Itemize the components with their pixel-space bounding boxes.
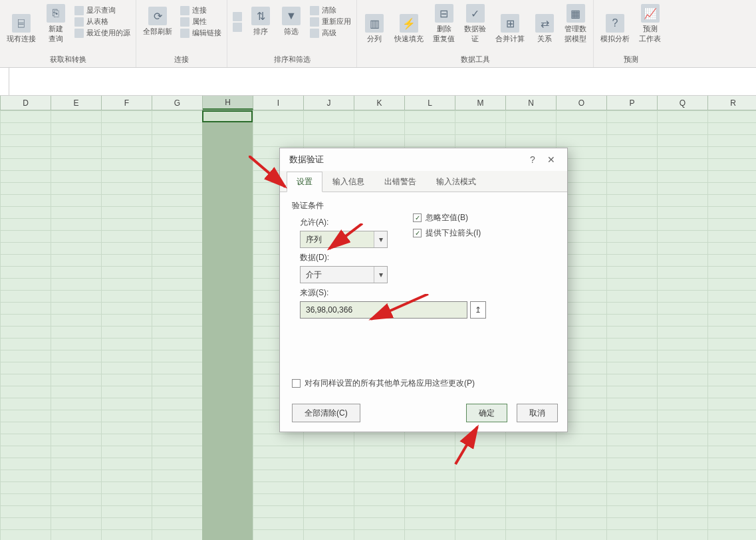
chevron-down-icon: ▾: [374, 231, 387, 247]
formula-bar: [0, 68, 756, 96]
clear-all-button[interactable]: 全部清除(C): [292, 404, 360, 422]
forecast-label: 预测 工作表: [639, 24, 661, 44]
recent-label: 最近使用的源: [86, 28, 130, 38]
dialog-title: 数据验证: [289, 154, 324, 166]
consolidate-button[interactable]: ⊞合并计算: [493, 3, 527, 45]
table-icon: [74, 17, 84, 27]
column-header-N[interactable]: N: [506, 96, 557, 110]
ignore-blank-checkbox[interactable]: ✓ 忽略空值(B): [413, 212, 481, 223]
refresh-all-button[interactable]: ⟳ 全部刷新: [140, 3, 175, 38]
column-header-J[interactable]: J: [304, 96, 354, 110]
close-button[interactable]: ✕: [542, 154, 561, 165]
edit-links-button[interactable]: 编辑链接: [179, 28, 223, 38]
column-header-H[interactable]: H: [203, 96, 253, 110]
new-query-label: 新建 查询: [49, 24, 63, 44]
sort-az-button[interactable]: [231, 12, 243, 21]
apply-others-label: 对有同样设置的所有其他单元格应用这些更改(P): [305, 378, 475, 389]
dialog-titlebar[interactable]: 数据验证 ? ✕: [280, 148, 567, 171]
manage-model-label: 管理数 据模型: [565, 24, 586, 44]
advanced-filter-button[interactable]: 高级: [309, 28, 352, 38]
properties-button[interactable]: 属性: [179, 17, 223, 27]
column-header-F[interactable]: F: [102, 96, 152, 110]
az-icon: [233, 12, 242, 21]
column-header-O[interactable]: O: [557, 96, 607, 110]
link-icon: [180, 6, 189, 15]
group-label: 连接: [174, 53, 189, 67]
dialog-tabs: 设置 输入信息 出错警告 输入法模式: [280, 171, 567, 192]
recent-sources-button[interactable]: 最近使用的源: [73, 28, 132, 38]
relation-icon: ⇄: [535, 14, 554, 33]
remove-duplicates-button[interactable]: ⊟删除 重复值: [430, 3, 457, 45]
filter-button[interactable]: ▼ 筛选: [278, 3, 305, 38]
sort-icon: ⇅: [251, 7, 270, 25]
relationships-button[interactable]: ⇄关系: [531, 3, 558, 45]
column-header-R[interactable]: R: [708, 96, 756, 110]
cancel-button[interactable]: 取消: [517, 404, 558, 422]
column-header-E[interactable]: E: [51, 96, 102, 110]
ribbon-group-forecast: ?模拟分析 📈预测 工作表 预测: [594, 0, 668, 67]
recent-icon: [74, 29, 84, 38]
text-to-columns-button[interactable]: ▥分列: [361, 3, 388, 45]
show-query-button[interactable]: 显示查询: [73, 5, 132, 15]
column-header-L[interactable]: L: [405, 96, 455, 110]
column-header-Q[interactable]: Q: [658, 96, 708, 110]
range-selector-button[interactable]: ↥: [470, 301, 486, 319]
existing-connections-button[interactable]: ⌸ 现有连接: [4, 3, 39, 45]
reapply-button[interactable]: 重新应用: [309, 17, 352, 27]
data-dropdown[interactable]: 介于 ▾: [300, 266, 388, 283]
from-table-label: 从表格: [86, 17, 108, 27]
ok-button[interactable]: 确定: [466, 404, 507, 422]
source-label: 来源(S):: [300, 287, 555, 299]
apply-others-checkbox[interactable]: 对有同样设置的所有其他单元格应用这些更改(P): [292, 378, 475, 389]
flash-fill-button[interactable]: ⚡快速填充: [392, 3, 426, 45]
active-cell: [202, 110, 253, 122]
ribbon-group-data-tools: ▥分列 ⚡快速填充 ⊟删除 重复值 ✓数据验 证 ⊞合并计算 ⇄关系 ▦管理数 …: [357, 0, 594, 67]
tab-settings[interactable]: 设置: [287, 172, 322, 192]
funnel-icon: ▼: [282, 7, 301, 25]
list-icon: [74, 6, 84, 15]
column-header-K[interactable]: K: [354, 96, 405, 110]
forecast-sheet-button[interactable]: 📈预测 工作表: [636, 3, 664, 45]
tab-ime-mode[interactable]: 输入法模式: [426, 172, 486, 192]
database-icon: ⌸: [12, 14, 31, 33]
sort-za-button[interactable]: [231, 23, 243, 32]
selected-column: [202, 110, 253, 540]
model-icon: ▦: [567, 4, 585, 23]
column-header-G[interactable]: G: [152, 96, 203, 110]
group-label: 排序和筛选: [274, 53, 311, 67]
allow-dropdown[interactable]: 序列 ▾: [300, 231, 388, 248]
whatif-button[interactable]: ?模拟分析: [598, 3, 632, 45]
data-label: 数据(D):: [300, 252, 555, 263]
tab-error-alert[interactable]: 出错警告: [374, 172, 426, 192]
from-table-button[interactable]: 从表格: [73, 17, 132, 27]
sort-button[interactable]: ⇅ 排序: [247, 3, 274, 38]
tab-input-message[interactable]: 输入信息: [322, 172, 374, 192]
ribbon: ⌸ 现有连接 ⎘ 新建 查询 显示查询 从表格 最近使用的源 获取和转换 ⟳ 全…: [0, 0, 756, 68]
allow-value: 序列: [301, 234, 374, 245]
clear-icon: [310, 6, 319, 15]
reapply-icon: [310, 17, 319, 27]
help-button[interactable]: ?: [523, 154, 542, 165]
clear-filter-button[interactable]: 清除: [309, 5, 352, 15]
manage-model-button[interactable]: ▦管理数 据模型: [562, 3, 589, 45]
connections-button[interactable]: 连接: [179, 5, 223, 15]
column-header-I[interactable]: I: [253, 96, 304, 110]
new-query-icon: ⎘: [47, 4, 65, 23]
conn-label: 连接: [192, 5, 207, 15]
flash-icon: ⚡: [400, 14, 418, 33]
existing-conn-label: 现有连接: [7, 34, 36, 44]
checkbox-checked-icon: ✓: [413, 213, 422, 222]
column-header-P[interactable]: P: [607, 96, 658, 110]
source-input[interactable]: [300, 301, 467, 319]
whatif-label: 模拟分析: [600, 34, 630, 44]
column-header-D[interactable]: D: [1, 96, 51, 110]
dialog-body: 验证条件 允许(A): 序列 ▾ 数据(D): 介于 ▾ 来源(S): ↥ ✓ …: [280, 192, 567, 397]
data-validation-button[interactable]: ✓数据验 证: [461, 3, 489, 45]
column-header-M[interactable]: M: [455, 96, 506, 110]
name-box[interactable]: [0, 68, 9, 95]
column-headers: DEFGHIJKLMNOPQR: [0, 96, 756, 110]
dropdown-label: 提供下拉箭头(I): [426, 227, 481, 239]
in-cell-dropdown-checkbox[interactable]: ✓ 提供下拉箭头(I): [413, 227, 481, 239]
new-query-button[interactable]: ⎘ 新建 查询: [43, 3, 69, 45]
text-cols-label: 分列: [367, 34, 382, 44]
